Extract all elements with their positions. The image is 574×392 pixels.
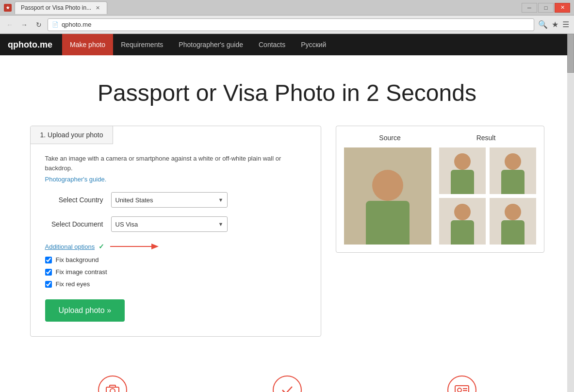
nav-item-russian[interactable]: Русский bbox=[293, 34, 334, 55]
address-file-icon: 📄 bbox=[52, 21, 59, 28]
upload-body: Take an image with a camera or smartphon… bbox=[31, 144, 321, 336]
fix-red-eyes-label: Fix red eyes bbox=[56, 280, 90, 288]
svg-point-3 bbox=[110, 389, 115, 392]
check-icon-circle bbox=[273, 376, 302, 392]
fix-background-checkbox[interactable] bbox=[45, 257, 52, 263]
document-label: Select Document bbox=[45, 220, 103, 228]
document-select-wrapper: US Visa ▼ bbox=[111, 216, 228, 232]
nav-item-requirements[interactable]: Requirements bbox=[113, 34, 171, 55]
id-card-icon bbox=[455, 385, 469, 392]
result-photo-4 bbox=[490, 198, 536, 245]
fix-contrast-label: Fix image contrast bbox=[56, 268, 107, 276]
bottom-icon-idcard bbox=[447, 376, 476, 392]
country-label: Select Country bbox=[45, 196, 103, 204]
browser-toolbar: ← → ↻ 📄 qphoto.me 🔍 ★ ☰ bbox=[0, 16, 574, 34]
red-arrow-icon bbox=[110, 242, 159, 251]
additional-options-row: Additional options ✓ bbox=[45, 242, 306, 251]
svg-point-6 bbox=[458, 388, 461, 392]
star-icon[interactable]: ★ bbox=[551, 19, 559, 30]
result-photo-1 bbox=[439, 147, 486, 194]
options-check-icon: ✓ bbox=[98, 243, 104, 250]
nav-item-contacts[interactable]: Contacts bbox=[251, 34, 293, 55]
upload-tab: 1. Upload your photo bbox=[31, 126, 114, 144]
browser-tab[interactable]: Passport or Visa Photo in... ✕ bbox=[15, 1, 107, 14]
country-row: Select Country United States ▼ bbox=[45, 192, 306, 208]
fix-background-label: Fix background bbox=[56, 256, 99, 263]
scrollbar[interactable] bbox=[567, 34, 574, 392]
svg-rect-4 bbox=[110, 385, 115, 387]
scrollbar-thumb[interactable] bbox=[567, 34, 574, 73]
hero-title: Passport or Visa Photo in 2 Seconds bbox=[10, 80, 564, 106]
fix-background-row: Fix background bbox=[45, 256, 306, 263]
upload-photo-button[interactable]: Upload photo » bbox=[45, 299, 125, 322]
menu-icon[interactable]: ☰ bbox=[561, 19, 570, 30]
fix-contrast-row: Fix image contrast bbox=[45, 268, 306, 276]
toolbar-icons: 🔍 ★ ☰ bbox=[537, 19, 570, 30]
result-header: Result bbox=[436, 134, 536, 142]
source-photo-image bbox=[344, 147, 431, 245]
upload-box: 1. Upload your photo Take an image with … bbox=[30, 126, 321, 337]
upload-description: Take an image with a camera or smartphon… bbox=[45, 154, 306, 173]
document-row: Select Document US Visa ▼ bbox=[45, 216, 306, 232]
tab-close-button[interactable]: ✕ bbox=[94, 4, 101, 11]
additional-options-link[interactable]: Additional options bbox=[45, 243, 95, 250]
result-photo-2 bbox=[490, 147, 536, 194]
country-select-wrapper: United States ▼ bbox=[111, 192, 228, 208]
minimize-button[interactable]: ─ bbox=[522, 3, 537, 13]
svg-rect-2 bbox=[106, 387, 119, 392]
website-content: qphoto.me Make photo Requirements Photog… bbox=[0, 34, 574, 392]
nav-item-photographers-guide[interactable]: Photographer's guide bbox=[171, 34, 251, 55]
result-grid bbox=[439, 147, 536, 245]
bottom-icon-check bbox=[273, 376, 302, 392]
maximize-button[interactable]: □ bbox=[538, 3, 554, 13]
result-photo-3 bbox=[439, 198, 486, 245]
forward-button[interactable]: → bbox=[18, 19, 30, 31]
tab-title: Passport or Visa Photo in... bbox=[21, 4, 91, 11]
browser-title-bar: ★ Passport or Visa Photo in... ✕ ─ □ ✕ bbox=[0, 0, 574, 16]
main-content: 1. Upload your photo Take an image with … bbox=[0, 126, 574, 356]
window-controls: ─ □ ✕ bbox=[522, 3, 570, 13]
document-select[interactable]: US Visa bbox=[111, 216, 228, 232]
svg-marker-1 bbox=[151, 244, 159, 249]
address-text: qphoto.me bbox=[62, 21, 91, 28]
fix-contrast-checkbox[interactable] bbox=[45, 269, 52, 276]
browser-favicon-icon: ★ bbox=[4, 4, 12, 12]
camera-icon-circle bbox=[98, 376, 127, 392]
preview-headers: Source Result bbox=[344, 134, 536, 142]
fix-red-eyes-row: Fix red eyes bbox=[45, 280, 306, 288]
address-bar[interactable]: 📄 qphoto.me bbox=[48, 18, 534, 31]
checkmark-icon bbox=[280, 383, 294, 392]
site-logo: qphoto.me bbox=[8, 40, 52, 50]
fix-red-eyes-checkbox[interactable] bbox=[45, 281, 52, 288]
preview-content bbox=[344, 147, 536, 245]
bottom-icons-section bbox=[0, 356, 574, 392]
close-button[interactable]: ✕ bbox=[555, 3, 570, 13]
camera-icon bbox=[106, 385, 119, 392]
site-nav: qphoto.me Make photo Requirements Photog… bbox=[0, 34, 574, 55]
source-header: Source bbox=[344, 134, 436, 142]
search-icon[interactable]: 🔍 bbox=[537, 19, 549, 30]
idcard-icon-circle bbox=[447, 376, 476, 392]
source-photo bbox=[344, 147, 431, 245]
photographers-guide-link[interactable]: Photographer's guide. bbox=[45, 176, 107, 183]
right-panel: Source Result bbox=[336, 126, 544, 337]
photo-preview-box: Source Result bbox=[336, 126, 544, 253]
browser-chrome: ★ Passport or Visa Photo in... ✕ ─ □ ✕ ←… bbox=[0, 0, 574, 34]
nav-item-make-photo[interactable]: Make photo bbox=[62, 34, 113, 55]
back-button[interactable]: ← bbox=[4, 19, 16, 31]
left-panel: 1. Upload your photo Take an image with … bbox=[30, 126, 321, 337]
country-select[interactable]: United States bbox=[111, 192, 228, 208]
hero-section: Passport or Visa Photo in 2 Seconds bbox=[0, 55, 574, 126]
refresh-button[interactable]: ↻ bbox=[33, 19, 45, 31]
bottom-icon-camera bbox=[98, 376, 127, 392]
